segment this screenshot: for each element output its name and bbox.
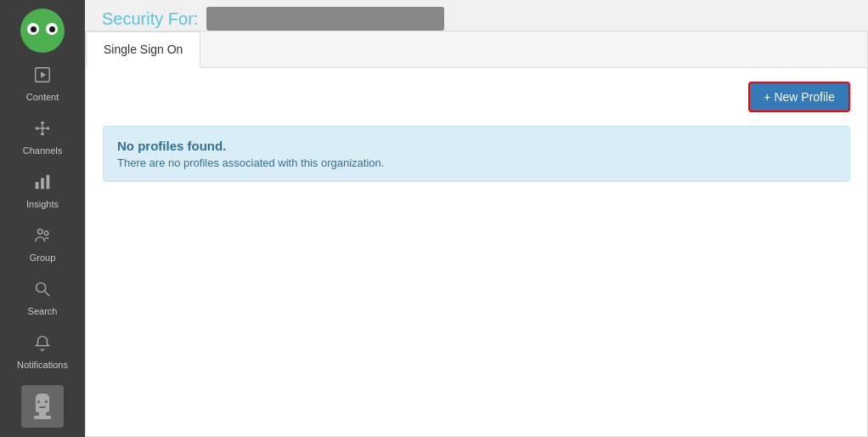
- notifications-icon: [33, 333, 52, 357]
- sidebar-nav: Content Channels: [13, 57, 72, 378]
- svg-rect-13: [47, 175, 50, 190]
- sidebar-item-content-label: Content: [26, 92, 59, 102]
- page-header: Security For:: [85, 0, 868, 31]
- sidebar-item-insights-label: Insights: [26, 199, 59, 209]
- sidebar-item-insights[interactable]: Insights: [13, 164, 72, 218]
- content-area: Single Sign On + New Profile No profiles…: [85, 31, 868, 437]
- content-icon: [33, 65, 52, 89]
- svg-point-5: [41, 133, 44, 136]
- toolbar: + New Profile: [103, 82, 850, 112]
- svg-line-17: [45, 292, 50, 297]
- svg-point-6: [41, 127, 44, 130]
- svg-rect-11: [36, 182, 39, 189]
- svg-point-4: [47, 127, 50, 130]
- tabs-bar: Single Sign On: [86, 31, 867, 68]
- tab-single-sign-on[interactable]: Single Sign On: [86, 31, 200, 68]
- sidebar-item-notifications[interactable]: Notifications: [13, 325, 72, 378]
- no-profiles-alert: No profiles found. There are no profiles…: [103, 126, 850, 182]
- alert-message: There are no profiles associated with th…: [117, 156, 836, 169]
- svg-rect-12: [41, 178, 44, 189]
- svg-rect-22: [37, 400, 40, 403]
- group-icon: [33, 226, 52, 250]
- new-profile-button[interactable]: + New Profile: [748, 82, 850, 112]
- sidebar-item-group[interactable]: Group: [13, 218, 72, 271]
- sidebar-item-content[interactable]: Content: [13, 57, 72, 111]
- sidebar: Content Channels: [0, 0, 85, 437]
- svg-point-15: [44, 231, 48, 236]
- app-logo[interactable]: [17, 9, 68, 53]
- svg-rect-21: [39, 412, 46, 416]
- security-for-label: Security For:: [102, 9, 198, 29]
- sidebar-item-search[interactable]: Search: [13, 271, 72, 325]
- avatar[interactable]: [21, 385, 64, 428]
- alert-title: No profiles found.: [117, 139, 836, 153]
- svg-rect-19: [36, 395, 49, 412]
- sidebar-bottom: [0, 378, 85, 437]
- organization-name-box: [206, 7, 444, 31]
- svg-point-16: [37, 283, 46, 292]
- sidebar-item-search-label: Search: [28, 306, 58, 316]
- svg-point-2: [36, 127, 39, 130]
- svg-rect-18: [37, 394, 48, 395]
- svg-marker-1: [41, 71, 46, 77]
- svg-point-14: [37, 230, 42, 235]
- sidebar-item-channels[interactable]: Channels: [13, 111, 72, 164]
- search-icon: [33, 280, 52, 304]
- channels-icon: [33, 119, 52, 143]
- svg-rect-20: [34, 416, 51, 419]
- svg-rect-23: [45, 400, 48, 403]
- sidebar-item-channels-label: Channels: [23, 145, 62, 156]
- svg-rect-24: [39, 406, 46, 408]
- svg-point-3: [41, 122, 44, 125]
- content-body: + New Profile No profiles found. There a…: [86, 68, 867, 436]
- insights-icon: [33, 173, 52, 196]
- sidebar-item-notifications-label: Notifications: [17, 360, 68, 370]
- main-content: Security For: Single Sign On + New Profi…: [85, 0, 868, 437]
- sidebar-item-group-label: Group: [30, 253, 56, 263]
